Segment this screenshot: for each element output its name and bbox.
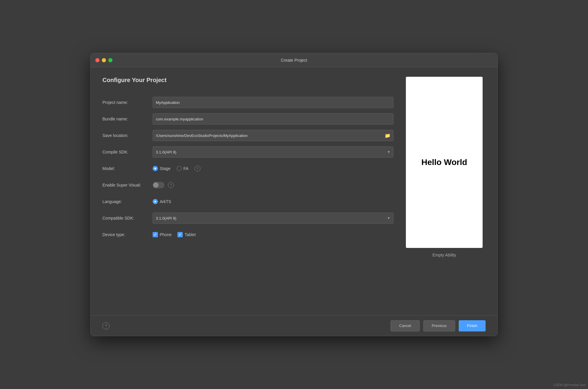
super-visual-toggle[interactable] [153, 182, 164, 188]
device-phone-checkbox[interactable]: Phone [153, 232, 172, 237]
device-type-row: Device type: Phone Tablet [102, 226, 393, 243]
folder-icon[interactable]: 📁 [385, 133, 391, 138]
save-location-control: 📁 [153, 130, 393, 141]
window-title: Create Project [281, 58, 307, 63]
language-arkts-radio-circle[interactable] [153, 199, 158, 204]
device-type-checkbox-group: Phone Tablet [153, 232, 393, 237]
model-stage-radio[interactable]: Stage [153, 166, 171, 171]
compile-sdk-label: Compile SDK: [102, 150, 153, 154]
cancel-button[interactable]: Cancel [391, 320, 419, 331]
project-name-row: Project name: [102, 94, 393, 111]
model-stage-label: Stage [160, 166, 171, 171]
toggle-knob [153, 182, 159, 188]
device-type-control: Phone Tablet [153, 232, 393, 237]
bundle-name-label: Bundle name: [102, 117, 153, 121]
compatible-sdk-row: Compatible SDK: 3.1.0(API 9) 3.0.0(API 8… [102, 210, 393, 226]
super-visual-help-icon[interactable]: ? [168, 182, 174, 188]
previous-button[interactable]: Previous [423, 320, 455, 331]
model-fa-radio[interactable]: FA [177, 166, 189, 171]
language-label: Language: [102, 199, 153, 204]
project-name-input[interactable] [153, 97, 393, 108]
super-visual-control: ? [153, 182, 393, 188]
main-content: Configure Your Project Project name: Bun… [91, 67, 497, 315]
super-visual-label: Enable Super Visual: [102, 183, 153, 187]
watermark: CSDN @Promise Sun [554, 383, 586, 387]
model-control: Stage FA ? [153, 166, 393, 171]
preview-template-label: Empty Ability [432, 253, 456, 257]
preview-hello-world: Hello World [421, 158, 467, 167]
compile-sdk-select-wrapper: 3.1.0(API 9) 3.0.0(API 8) 2.2.0(API 7) ▼ [153, 146, 393, 158]
model-stage-radio-circle[interactable] [153, 166, 158, 171]
bundle-name-control [153, 113, 393, 125]
model-radio-group: Stage FA ? [153, 166, 393, 171]
bundle-name-row: Bundle name: [102, 111, 393, 127]
compile-sdk-control: 3.1.0(API 9) 3.0.0(API 8) 2.2.0(API 7) ▼ [153, 146, 393, 158]
language-radio-group: ArkTS [153, 199, 393, 204]
device-phone-label: Phone [160, 232, 172, 237]
footer-help-icon[interactable]: ? [102, 322, 110, 329]
minimize-button[interactable] [102, 58, 106, 62]
device-tablet-label: Tablet [184, 232, 195, 237]
compile-sdk-row: Compile SDK: 3.1.0(API 9) 3.0.0(API 8) 2… [102, 144, 393, 160]
project-name-control [153, 97, 393, 108]
save-location-row: Save location: 📁 [102, 127, 393, 144]
project-name-label: Project name: [102, 100, 153, 105]
model-fa-radio-circle[interactable] [177, 166, 182, 171]
location-input-wrapper: 📁 [153, 130, 393, 141]
device-tablet-checkbox-box[interactable] [177, 232, 183, 237]
model-row: Model: Stage FA ? [102, 160, 393, 177]
language-arkts-radio[interactable]: ArkTS [153, 199, 171, 204]
form-section: Configure Your Project Project name: Bun… [102, 77, 393, 308]
compatible-sdk-control: 3.1.0(API 9) 3.0.0(API 8) 2.2.0(API 7) ▼ [153, 213, 393, 224]
compatible-sdk-label: Compatible SDK: [102, 216, 153, 220]
compile-sdk-select[interactable]: 3.1.0(API 9) 3.0.0(API 8) 2.2.0(API 7) [153, 146, 393, 158]
page-title: Configure Your Project [102, 77, 393, 84]
super-visual-toggle-wrapper: ? [153, 182, 393, 188]
super-visual-row: Enable Super Visual: ? [102, 177, 393, 193]
footer-left: ? [102, 322, 110, 329]
language-row: Language: ArkTS [102, 193, 393, 210]
finish-button[interactable]: Finish [459, 320, 486, 331]
save-location-label: Save location: [102, 133, 153, 138]
window-controls [95, 58, 112, 62]
form-rows: Project name: Bundle name: Save location… [102, 94, 393, 243]
compatible-sdk-select-wrapper: 3.1.0(API 9) 3.0.0(API 8) 2.2.0(API 7) ▼ [153, 213, 393, 224]
language-arkts-label: ArkTS [160, 199, 171, 204]
preview-section: Hello World Empty Ability [403, 77, 486, 308]
maximize-button[interactable] [108, 58, 112, 62]
footer: ? Cancel Previous Finish [91, 315, 497, 336]
model-help-icon[interactable]: ? [195, 166, 200, 171]
compatible-sdk-select[interactable]: 3.1.0(API 9) 3.0.0(API 8) 2.2.0(API 7) [153, 213, 393, 224]
language-control: ArkTS [153, 199, 393, 204]
close-button[interactable] [95, 58, 99, 62]
model-label: Model: [102, 166, 153, 171]
device-type-label: Device type: [102, 232, 153, 237]
device-tablet-checkbox[interactable]: Tablet [177, 232, 195, 237]
footer-right: Cancel Previous Finish [391, 320, 486, 331]
preview-phone: Hello World [406, 77, 483, 248]
device-phone-checkbox-box[interactable] [153, 232, 158, 237]
model-fa-label: FA [184, 166, 189, 171]
main-window: Create Project Configure Your Project Pr… [90, 53, 498, 336]
titlebar: Create Project [91, 53, 497, 67]
save-location-input[interactable] [153, 130, 393, 141]
bundle-name-input[interactable] [153, 113, 393, 125]
